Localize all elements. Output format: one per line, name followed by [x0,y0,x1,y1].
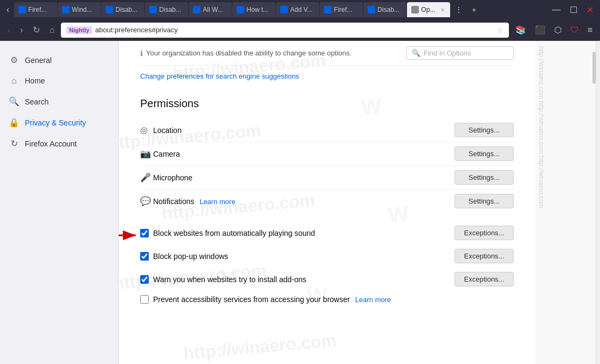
red-arrow-annotation [119,225,140,246]
tab-10-favicon [411,6,419,13]
sidebar-general-label: General [25,56,52,65]
tab-9[interactable]: Disab... [363,2,406,17]
reload-btn[interactable]: ↻ [30,23,43,37]
camera-settings-btn[interactable]: Settings... [454,146,514,161]
notifications-text: Notifications [153,197,194,206]
tab-8-label: Firef... [334,6,358,13]
bookmark-icon[interactable]: ☆ [496,26,504,34]
pocket-icon[interactable]: ⬡ [551,23,565,37]
block-sound-checkbox[interactable] [140,229,149,237]
perm-row-camera: 📷 Camera Settings... [140,142,514,166]
tab-7-favicon [280,6,288,13]
org-notice-message: Your organization has disabled the abili… [146,49,351,57]
tab-7-label: Add V... [290,6,315,13]
sidebar-item-home[interactable]: ⌂ Home [0,71,118,91]
tab-10-close[interactable]: ✕ [439,6,446,14]
search-icon-small: 🔍 [412,49,420,57]
tab-more-btn[interactable]: ⋮ [451,3,467,16]
tab-2-label: Wind... [72,6,96,13]
tab-6-label: How t... [246,6,271,13]
warn-addons-checkbox[interactable] [140,275,149,284]
tab-back-btn[interactable]: ‹ [2,3,13,17]
notifications-learn-more-link[interactable]: Learn more [199,198,235,206]
forward-btn[interactable]: › [17,23,26,37]
tab-1[interactable]: Firef... [14,2,57,17]
location-icon: ◎ [140,125,153,135]
prevent-accessibility-checkbox[interactable] [140,295,149,304]
search-icon: 🔍 [9,96,19,107]
content-area[interactable]: http://winaero.com http://winaero.com ht… [119,41,535,364]
sidebar-item-firefox-account[interactable]: ↻ Firefox Account [0,133,118,154]
microphone-settings-btn[interactable]: Settings... [454,170,514,185]
close-btn[interactable]: ✕ [582,3,598,17]
location-settings-btn[interactable]: Settings... [454,123,514,137]
menu-icon[interactable]: ≡ [584,23,596,37]
accessibility-learn-more-link[interactable]: Learn more [355,296,391,304]
home-btn[interactable]: ⌂ [46,23,58,37]
minimize-btn[interactable]: — [548,3,565,17]
tab-10-active[interactable]: Op... ✕ [407,2,450,17]
tab-5[interactable]: All W... [189,2,232,17]
tab-3[interactable]: Disab... [101,2,144,17]
perm-label-camera: Camera [153,150,454,158]
block-popups-checkbox[interactable] [140,252,149,261]
block-sound-exceptions-btn[interactable]: Exceptions... [454,226,514,240]
gear-icon: ⚙ [9,55,19,65]
warn-addons-exceptions-btn[interactable]: Exceptions... [454,272,514,286]
sidebar-search-label: Search [25,97,49,106]
sidebar-item-privacy[interactable]: 🔒 Privacy & Security [0,112,118,133]
tab-4[interactable]: Disab... [145,2,188,17]
tab-10-label: Op... [421,6,437,13]
tab-bar: ‹ Firef... Wind... Disab... Disab... All… [0,0,600,19]
find-options-placeholder: Find in Options [424,49,471,57]
new-tab-btn[interactable]: + [467,3,480,16]
sidebar-account-label: Firefox Account [25,139,77,148]
browser-content: ⚙ General ⌂ Home 🔍 Search 🔒 Privacy & Se… [0,41,600,364]
check-row-block-popups: Block pop-up windows Exceptions... [140,244,514,268]
address-input[interactable]: Nightly about:preferences#privacy ☆ [61,23,508,38]
nightly-badge: Nightly [66,26,92,34]
block-sound-label: Block websites from automatically playin… [153,229,450,237]
tab-5-label: All W... [203,6,227,13]
library-icon[interactable]: 📚 [512,23,529,37]
info-icon: ℹ [140,49,143,58]
permissions-section: Permissions ◎ Location Settings... 📷 Cam… [140,93,514,213]
maximize-btn[interactable]: ☐ [565,3,582,17]
sidebar-item-search[interactable]: 🔍 Search [0,91,118,112]
browser-window: ‹ Firef... Wind... Disab... Disab... All… [0,0,600,41]
home-icon: ⌂ [9,76,19,86]
url-display: about:preferences#privacy [95,26,493,34]
tab-8-favicon [324,6,332,13]
find-in-options[interactable]: 🔍 Find in Options [406,46,514,60]
check-row-prevent-accessibility: Prevent accessibility services from acce… [140,291,514,308]
back-btn[interactable]: ‹ [4,23,13,37]
tab-2-favicon [62,6,70,13]
tab-1-favicon [18,6,26,13]
tab-3-label: Disab... [115,6,140,13]
sidebar-home-label: Home [25,76,45,85]
notifications-settings-btn[interactable]: Settings... [454,194,514,208]
sidebar-toggle-icon[interactable]: ⬛ [532,23,549,37]
lock-icon: 🔒 [9,117,19,128]
shield-icon[interactable]: 🛡 [567,23,582,37]
toolbar-icons: 📚 ⬛ ⬡ 🛡 ≡ [512,23,596,37]
prevent-accessibility-label: Prevent accessibility services from acce… [153,295,514,304]
address-bar: ‹ › ↻ ⌂ Nightly about:preferences#privac… [0,19,600,41]
check-row-block-sound: Block websites from automatically playin… [140,221,514,244]
tab-6-favicon [237,6,244,13]
change-prefs-link[interactable]: Change preferences for search engine sug… [140,72,514,80]
sidebar-privacy-label: Privacy & Security [25,118,86,127]
camera-icon: 📷 [140,149,153,159]
checkbox-section: Block websites from automatically playin… [140,221,514,308]
perm-row-location: ◎ Location Settings... [140,118,514,142]
perm-label-notifications: Notifications Learn more [153,197,454,206]
tab-7[interactable]: Add V... [276,2,319,17]
tab-8[interactable]: Firef... [320,2,363,17]
tab-9-label: Disab... [377,6,402,13]
warn-addons-label: Warn you when websites try to install ad… [153,275,450,284]
block-popups-label: Block pop-up windows [153,252,450,261]
tab-6[interactable]: How t... [232,2,275,17]
block-popups-exceptions-btn[interactable]: Exceptions... [454,249,514,263]
tab-2[interactable]: Wind... [58,2,101,17]
sidebar-item-general[interactable]: ⚙ General [0,50,118,71]
